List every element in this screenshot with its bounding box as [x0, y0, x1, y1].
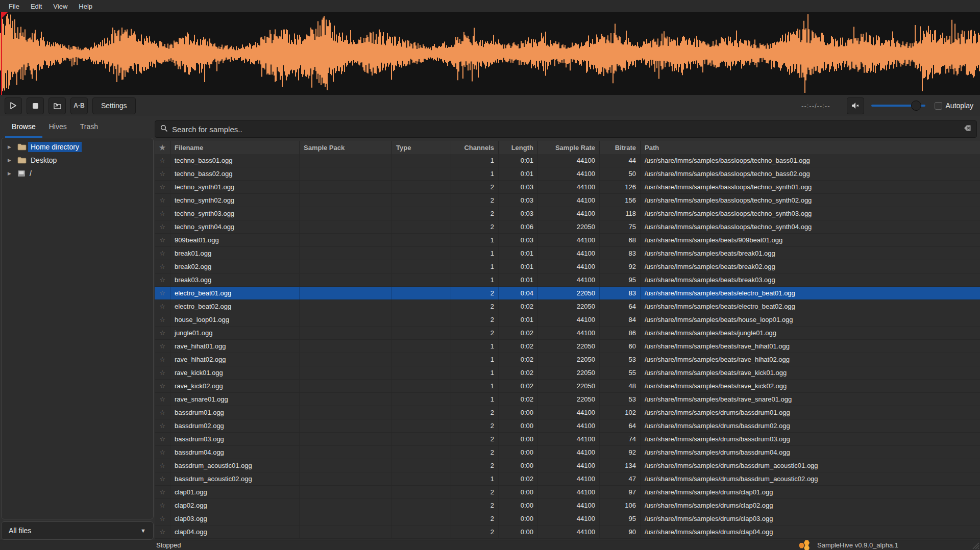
cell-sample-pack: [300, 353, 392, 366]
mute-button[interactable]: [847, 97, 864, 114]
favorite-star-icon[interactable]: ☆: [155, 486, 170, 498]
table-row[interactable]: ☆jungle01.ogg20:024410086/usr/share/lmms…: [155, 327, 980, 340]
favorite-star-icon[interactable]: ☆: [155, 327, 170, 339]
favorite-star-icon[interactable]: ☆: [155, 220, 170, 233]
table-row[interactable]: ☆techno_synth01.ogg20:0344100126/usr/sha…: [155, 181, 980, 194]
autoplay-checkbox[interactable]: [935, 102, 942, 110]
favorite-star-icon[interactable]: ☆: [155, 181, 170, 193]
table-row[interactable]: ☆techno_synth03.ogg20:0344100118/usr/sha…: [155, 207, 980, 220]
favorite-star-icon[interactable]: ☆: [155, 526, 170, 538]
cell-sample-pack: [300, 366, 392, 379]
table-row[interactable]: ☆bassdrum02.ogg20:004410064/usr/share/lm…: [155, 419, 980, 433]
favorite-star-icon[interactable]: ☆: [155, 459, 170, 472]
favorite-star-icon[interactable]: ☆: [155, 512, 170, 525]
column-header-path[interactable]: Path: [641, 141, 980, 154]
favorite-star-icon[interactable]: ☆: [155, 194, 170, 207]
stop-button[interactable]: [27, 97, 44, 114]
favorite-star-icon[interactable]: ☆: [155, 472, 170, 485]
favorite-star-icon[interactable]: ☆: [155, 207, 170, 220]
expander-icon[interactable]: ▶: [8, 144, 13, 149]
expander-icon[interactable]: ▶: [8, 158, 13, 163]
tab-browse[interactable]: Browse: [5, 116, 42, 138]
resize-grip[interactable]: [970, 541, 979, 549]
tree-item-home-directory[interactable]: ▶Home directory: [2, 140, 153, 154]
favorite-star-icon[interactable]: ☆: [155, 273, 170, 286]
favorite-star-icon[interactable]: ☆: [155, 234, 170, 246]
favorite-star-icon[interactable]: ☆: [155, 167, 170, 180]
favorite-star-icon[interactable]: ☆: [155, 287, 170, 299]
table-row[interactable]: ☆bassdrum_acoustic02.ogg10:024410047/usr…: [155, 472, 980, 486]
favorite-star-icon[interactable]: ☆: [155, 313, 170, 326]
favorite-star-icon[interactable]: ☆: [155, 419, 170, 432]
favorite-star-icon[interactable]: ☆: [155, 366, 170, 379]
table-row[interactable]: ☆break02.ogg10:014410092/usr/share/lmms/…: [155, 260, 980, 273]
table-row[interactable]: ☆bassdrum_acoustic01.ogg20:0044100134/us…: [155, 459, 980, 472]
column-header-sample-rate[interactable]: Sample Rate: [538, 141, 600, 154]
table-row[interactable]: ☆break01.ogg10:014410083/usr/share/lmms/…: [155, 247, 980, 260]
open-folder-button[interactable]: [48, 97, 66, 114]
table-row[interactable]: ☆break03.ogg10:014410095/usr/share/lmms/…: [155, 273, 980, 287]
table-row[interactable]: ☆rave_kick01.ogg10:022205055/usr/share/l…: [155, 366, 980, 380]
favorite-star-icon[interactable]: ☆: [155, 406, 170, 419]
favorite-star-icon[interactable]: ☆: [155, 393, 170, 406]
table-row[interactable]: ☆techno_synth04.ogg20:062205075/usr/shar…: [155, 220, 980, 234]
table-row[interactable]: ☆bassdrum01.ogg20:0044100102/usr/share/l…: [155, 406, 980, 419]
table-row[interactable]: ☆clap03.ogg20:004410095/usr/share/lmms/s…: [155, 512, 980, 526]
favorite-star-icon[interactable]: ☆: [155, 300, 170, 313]
expander-icon[interactable]: ▶: [8, 171, 13, 176]
table-row[interactable]: ☆rave_hihat01.ogg10:022205060/usr/share/…: [155, 340, 980, 353]
table-row[interactable]: ☆electro_beat01.ogg20:042205083/usr/shar…: [155, 287, 980, 300]
favorite-star-icon[interactable]: ☆: [155, 260, 170, 273]
volume-slider[interactable]: [871, 101, 925, 111]
column-header-bitrate[interactable]: Bitrate: [600, 141, 641, 154]
settings-button[interactable]: Settings: [92, 97, 136, 114]
table-row[interactable]: ☆bassdrum04.ogg20:004410092/usr/share/lm…: [155, 446, 980, 459]
menu-edit[interactable]: Edit: [25, 0, 47, 12]
table-row[interactable]: ☆house_loop01.ogg20:014410084/usr/share/…: [155, 313, 980, 327]
table-row[interactable]: ☆electro_beat02.ogg20:022205064/usr/shar…: [155, 300, 980, 313]
table-row[interactable]: ☆clap02.ogg20:0044100106/usr/share/lmms/…: [155, 499, 980, 512]
column-header-type[interactable]: Type: [392, 141, 451, 154]
waveform-display[interactable]: [0, 12, 980, 95]
column-header-filename[interactable]: Filename: [170, 141, 300, 154]
table-row[interactable]: ☆clap04.ogg20:004410090/usr/share/lmms/s…: [155, 526, 980, 539]
table-row[interactable]: ☆bassdrum03.ogg20:004410074/usr/share/lm…: [155, 433, 980, 446]
tree-item--[interactable]: ▶/: [2, 167, 153, 180]
menu-view[interactable]: View: [47, 0, 73, 12]
tab-trash[interactable]: Trash: [74, 116, 105, 138]
table-row[interactable]: ☆techno_synth02.ogg20:0344100156/usr/sha…: [155, 194, 980, 207]
favorite-star-icon[interactable]: ☆: [155, 433, 170, 445]
favorite-star-icon[interactable]: ☆: [155, 446, 170, 459]
favorite-star-icon[interactable]: ☆: [155, 340, 170, 353]
menu-file[interactable]: File: [3, 0, 25, 12]
table-row[interactable]: ☆rave_kick02.ogg10:022205048/usr/share/l…: [155, 380, 980, 393]
menu-help[interactable]: Help: [73, 0, 98, 12]
favorite-star-icon[interactable]: ☆: [155, 380, 170, 392]
table-row[interactable]: ☆techno_bass02.ogg10:014410050/usr/share…: [155, 167, 980, 181]
autoplay-label[interactable]: Autoplay: [946, 102, 973, 110]
search-input[interactable]: [172, 125, 961, 134]
volume-knob[interactable]: [911, 101, 921, 111]
table-row[interactable]: ☆techno_bass01.ogg10:014410044/usr/share…: [155, 154, 980, 167]
cell-channels: 1: [451, 247, 499, 260]
table-row[interactable]: ☆909beat01.ogg10:034410068/usr/share/lmm…: [155, 234, 980, 247]
table-row[interactable]: ☆clap01.ogg20:004410097/usr/share/lmms/s…: [155, 486, 980, 499]
favorite-star-icon[interactable]: ☆: [155, 499, 170, 512]
column-header-length[interactable]: Length: [499, 141, 538, 154]
favorite-star-icon[interactable]: ☆: [155, 353, 170, 366]
column-header-sample-pack[interactable]: Sample Pack: [300, 141, 392, 154]
table-row[interactable]: ☆rave_hihat02.ogg10:022205053/usr/share/…: [155, 353, 980, 366]
table-row[interactable]: ☆rave_snare01.ogg10:022205053/usr/share/…: [155, 393, 980, 406]
play-button[interactable]: [5, 97, 22, 114]
tree-item-desktop[interactable]: ▶Desktop: [2, 154, 153, 167]
cell-filename: electro_beat02.ogg: [170, 300, 300, 313]
column-header-channels[interactable]: Channels: [451, 141, 499, 154]
transport-toolbar: A-B Settings --:--/--:-- Autoplay: [0, 95, 980, 116]
favorite-column-header[interactable]: ★: [155, 141, 170, 154]
favorite-star-icon[interactable]: ☆: [155, 247, 170, 260]
file-filter-dropdown[interactable]: All files ▼: [1, 521, 154, 540]
ab-loop-button[interactable]: A-B: [70, 97, 88, 114]
tab-hives[interactable]: Hives: [42, 116, 74, 138]
favorite-star-icon[interactable]: ☆: [155, 154, 170, 167]
clear-search-icon[interactable]: [961, 124, 971, 134]
